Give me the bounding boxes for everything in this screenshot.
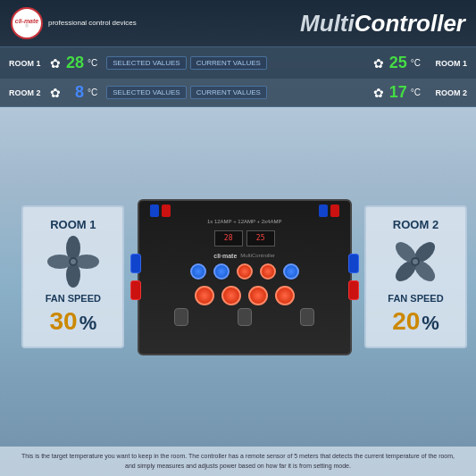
top-conn-blue-2 [319, 205, 328, 217]
room2-panel: ROOM 2 FAN SPEED 20 % [364, 205, 467, 348]
device-brand: cli·mate [213, 253, 237, 259]
left-conn-blue-top [130, 254, 141, 273]
room2-label: ROOM 2 [9, 88, 46, 97]
room2-right-degree: °C [411, 88, 421, 97]
room2-right-label: ROOM 2 [430, 88, 467, 97]
room1-current-values-btn[interactable]: CURRENT VALUES [190, 56, 267, 70]
knob-red-6[interactable] [275, 286, 295, 305]
title-controller: Controller [355, 10, 465, 38]
device-display-area: 1x 12AMP + 12AMP + 2x4AMP 28 25 cli·mate… [143, 219, 347, 305]
display-2: 25 [246, 230, 275, 246]
main-content: ROOM 1 FAN SPEED 30 % [0, 107, 476, 447]
knob-red-5[interactable] [248, 286, 268, 305]
room2-speed-row: 20 % [392, 307, 439, 336]
knob-red-4[interactable] [221, 286, 241, 305]
bot-conn-1 [174, 308, 188, 326]
room2-speed-value: 20 [392, 307, 420, 336]
knob-blue-2[interactable] [213, 263, 230, 280]
left-conn-red-bottom [130, 280, 141, 300]
fan2-right-icon: ✿ [373, 86, 384, 100]
top-conn-red-2 [330, 205, 339, 217]
top-connectors-row [143, 205, 347, 217]
room1-label: ROOM 1 [9, 59, 46, 68]
top-conn-red-1 [162, 205, 171, 217]
logo-icon: cli-mate ® [11, 7, 43, 39]
page-title: Multi Controller [300, 10, 465, 38]
device-display-row: 28 25 [214, 230, 275, 246]
top-conn-right [319, 205, 339, 217]
control-bar-room1: ROOM 1 ✿ 28 °C SELECTED VALUES CURRENT V… [0, 46, 476, 79]
header: cli-mate ® professional control devices … [0, 0, 476, 46]
svg-point-13 [413, 259, 418, 264]
room2-current-values-btn[interactable]: CURRENT VALUES [190, 86, 267, 99]
knob-red-1[interactable] [237, 263, 253, 280]
room1-temp-value: 28 [64, 54, 84, 72]
room1-right-label: ROOM 1 [430, 59, 467, 68]
knob-red-2[interactable] [260, 263, 276, 280]
bottom-info: This is the target temperature you want … [0, 447, 476, 476]
room1-right-degree: °C [411, 58, 421, 68]
top-conn-left [150, 205, 171, 217]
room1-percent: % [79, 312, 97, 335]
fan1-right-icon: ✿ [373, 56, 384, 71]
fan2-icon: ✿ [50, 86, 61, 100]
room1-speed-row: 30 % [49, 307, 96, 336]
svg-point-4 [47, 255, 72, 269]
room2-selected-values-btn[interactable]: SELECTED VALUES [106, 86, 186, 99]
room1-fan-icon [46, 235, 100, 288]
room1-selected-values-btn[interactable]: SELECTED VALUES [106, 56, 186, 70]
controller-device: 1x 12AMP + 12AMP + 2x4AMP 28 25 cli·mate… [138, 199, 352, 355]
control-bar-room2: ROOM 2 ✿ 8 °C SELECTED VALUES CURRENT VA… [0, 79, 476, 107]
room1-fan-speed-label: FAN SPEED [46, 293, 101, 304]
top-conn-blue-1 [150, 205, 159, 217]
bottom-connectors-row [143, 308, 347, 326]
bot-conn-3 [300, 308, 314, 326]
room2-temp-value: 8 [64, 83, 84, 102]
logo-area: cli-mate ® professional control devices [11, 7, 137, 39]
device-amp-label: 1x 12AMP + 12AMP + 2x4AMP [207, 219, 282, 224]
knob-row-2 [195, 286, 295, 305]
room2-percent: % [422, 312, 439, 335]
bot-conn-2 [238, 308, 252, 326]
svg-point-6 [71, 259, 76, 264]
room1-speed-value: 30 [49, 307, 77, 336]
title-multi: Multi [300, 10, 355, 38]
logo-subtitle: professional control devices [48, 19, 137, 28]
room2-current-temp: 17 [388, 83, 407, 102]
room1-degree: °C [88, 58, 97, 68]
room1-current-temp: 25 [388, 54, 407, 72]
knob-blue-3[interactable] [283, 263, 299, 280]
right-conn-red-bottom [348, 280, 359, 300]
knob-red-3[interactable] [195, 286, 214, 305]
room2-panel-title: ROOM 2 [393, 218, 438, 231]
app-container: cli-mate ® professional control devices … [0, 0, 476, 476]
room2-degree: °C [88, 88, 97, 97]
knob-row-1 [190, 263, 299, 280]
room2-fan-speed-label: FAN SPEED [388, 293, 443, 304]
room2-fan-icon [388, 235, 442, 288]
fan1-icon: ✿ [50, 56, 61, 71]
room1-panel: ROOM 1 FAN SPEED 30 % [21, 205, 124, 348]
right-conn-blue-top [348, 254, 359, 273]
display-1: 28 [214, 230, 243, 246]
device-model: MultiController [240, 253, 275, 258]
left-connectors [130, 254, 141, 300]
right-connectors [348, 254, 359, 300]
bottom-info-text: This is the target temperature you want … [21, 453, 455, 469]
knob-blue-1[interactable] [190, 263, 206, 280]
room1-panel-title: ROOM 1 [50, 218, 96, 231]
